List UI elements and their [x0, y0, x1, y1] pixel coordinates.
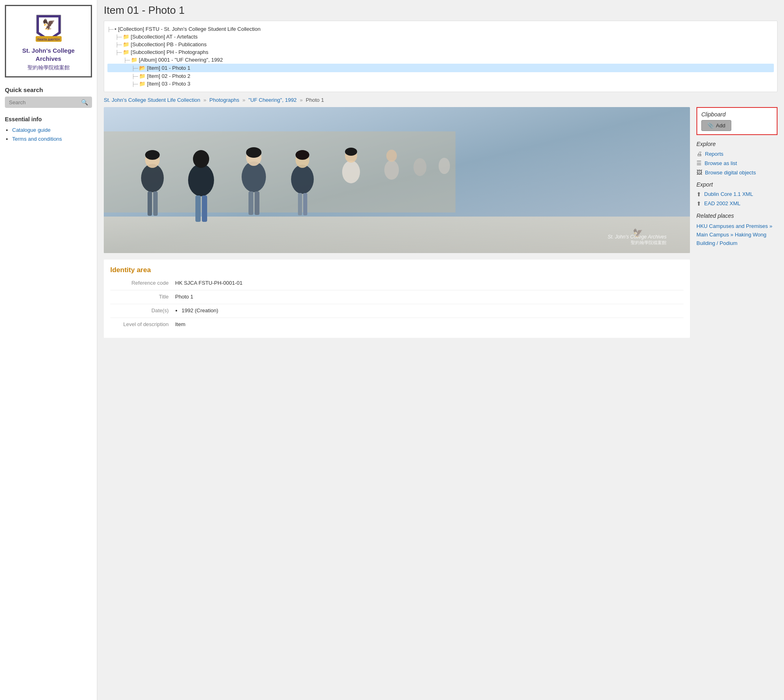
svg-point-11: [188, 164, 214, 196]
tree-navigation: ├─ ▪ [Collection] FSTU - St. John's Coll…: [104, 21, 778, 92]
identity-title: Identity area: [110, 266, 683, 274]
tree-item-label: [Subcollection] PH - Photographs: [131, 49, 209, 55]
list-icon: ☰: [696, 160, 702, 166]
dublin-core-link[interactable]: ⬆ Dublin Core 1.1 XML: [696, 191, 778, 198]
export-title: Export: [696, 181, 778, 188]
folder-icon: 📁: [139, 73, 146, 79]
related-places-link[interactable]: HKU Campuses and Premises » Main Campus …: [696, 223, 772, 246]
folder-icon: 📁: [123, 49, 129, 55]
terms-conditions-link[interactable]: Terms and conditions: [12, 136, 62, 142]
clipboard-add-button[interactable]: 📎 Add: [701, 120, 731, 131]
field-value-level: Item: [175, 321, 185, 327]
tree-connector-icon: ├─: [116, 50, 122, 55]
tree-connector-icon: ├─: [107, 27, 114, 32]
tree-row[interactable]: ├─ 📁 [Subcollection] PH - Photographs: [107, 48, 774, 56]
svg-rect-19: [255, 191, 259, 215]
paperclip-icon: 📎: [707, 122, 714, 129]
breadcrumb: St. John's College Student Life Collecti…: [104, 97, 778, 103]
svg-point-8: [145, 150, 160, 160]
dublin-core-label: Dublin Core 1.1 XML: [704, 191, 753, 197]
essential-info: Essential info Catalogue guide Terms and…: [0, 110, 97, 150]
tree-connector-icon: ├─: [132, 66, 138, 71]
image-icon: 🖼: [696, 169, 702, 176]
main-content: Item 01 - Photo 1 ├─ ▪ [Collection] FSTU…: [97, 0, 784, 700]
svg-point-20: [291, 165, 314, 194]
breadcrumb-link-photographs[interactable]: Photographs: [210, 97, 240, 103]
photo-container[interactable]: St. John's College Archives 聖約翰學院檔案館 🦅: [104, 107, 690, 253]
tree-item-label: [Item] 03 - Photo 3: [147, 81, 191, 87]
list-item: Terms and conditions: [12, 135, 92, 142]
field-row-reference: Reference code HK SJCA FSTU-PH-0001-01: [110, 280, 683, 286]
field-label: Date(s): [110, 307, 175, 313]
svg-rect-10: [153, 191, 158, 216]
explore-section: Explore 🖨 Reports ☰ Browse as list 🖼 Bro…: [696, 141, 778, 176]
browse-as-list-link[interactable]: ☰ Browse as list: [696, 160, 778, 166]
svg-point-25: [342, 161, 360, 183]
explore-title: Explore: [696, 141, 778, 147]
tree-row[interactable]: ├─ 📁 [Item] 03 - Photo 3: [107, 80, 774, 88]
page-title: Item 01 - Photo 1: [104, 4, 778, 17]
divider: [110, 304, 683, 304]
tree-connector-icon: ├─: [124, 58, 130, 62]
tree-row[interactable]: ├─ 📁 [Subcollection] PB - Publications: [107, 41, 774, 48]
ead-xml-link[interactable]: ⬆ EAD 2002 XML: [696, 200, 778, 207]
tree-row[interactable]: ├─ ▪ [Collection] FSTU - St. John's Coll…: [107, 25, 774, 33]
svg-text:聖約翰學院檔案館: 聖約翰學院檔案館: [631, 240, 666, 245]
breadcrumb-link-album[interactable]: "UF Cheering", 1992: [248, 97, 297, 103]
divider: [110, 318, 683, 318]
logo-area: 🦅 ΠANTA ΔIAYTOY St. John's College Archi…: [5, 5, 92, 77]
tree-connector-icon: ├─: [116, 42, 122, 47]
breadcrumb-separator: »: [242, 97, 245, 103]
field-row-level: Level of description Item: [110, 321, 683, 327]
folder-icon: 📁: [123, 34, 129, 40]
search-button[interactable]: 🔍: [81, 99, 88, 105]
browse-digital-label: Browse digital objects: [705, 170, 756, 176]
upload-icon: ⬆: [696, 191, 701, 198]
tree-row[interactable]: ├─ 📁 [Item] 02 - Photo 2: [107, 72, 774, 80]
upload-icon-2: ⬆: [696, 200, 701, 207]
print-icon: 🖨: [696, 150, 702, 157]
tree-item-label: [Subcollection] PB - Publications: [131, 41, 207, 47]
field-label: Reference code: [110, 280, 175, 286]
tree-item-label: [Item] 02 - Photo 2: [147, 73, 191, 79]
folder-open-icon: 📂: [139, 65, 146, 71]
folder-icon: 📁: [123, 41, 129, 47]
field-row-title: Title Photo 1: [110, 294, 683, 300]
catalogue-guide-link[interactable]: Catalogue guide: [12, 127, 51, 133]
tree-row-active[interactable]: ├─ 📂 [Item] 01 - Photo 1: [107, 64, 774, 72]
svg-point-29: [386, 150, 397, 162]
search-input[interactable]: [9, 99, 81, 105]
sidebar: 🦅 ΠANTA ΔIAYTOY St. John's College Archi…: [0, 0, 97, 700]
svg-point-17: [246, 147, 261, 158]
tree-row[interactable]: ├─ 📁 [Album] 0001 - "UF Cheering", 1992: [107, 56, 774, 64]
essential-info-list: Catalogue guide Terms and conditions: [5, 127, 92, 142]
tree-item-label: [Album] 0001 - "UF Cheering", 1992: [139, 57, 223, 63]
quick-search-section: Quick search 🔍: [0, 82, 97, 110]
field-label: Level of description: [110, 321, 175, 327]
reports-link[interactable]: 🖨 Reports: [696, 150, 778, 157]
quick-search-label: Quick search: [5, 86, 92, 93]
svg-point-22: [296, 150, 309, 160]
browse-digital-objects-link[interactable]: 🖼 Browse digital objects: [696, 169, 778, 176]
add-button-label: Add: [716, 122, 725, 129]
breadcrumb-separator: »: [203, 97, 206, 103]
content-area: St. John's College Archives 聖約翰學院檔案館 🦅 I…: [104, 107, 778, 338]
svg-point-6: [141, 164, 164, 192]
breadcrumb-link-collection[interactable]: St. John's College Student Life Collecti…: [104, 97, 200, 103]
svg-rect-23: [298, 193, 302, 215]
svg-point-12: [193, 150, 209, 168]
reports-label: Reports: [705, 151, 724, 157]
tree-item-label: [Collection] FSTU - St. John's College S…: [118, 26, 260, 32]
svg-rect-18: [248, 191, 253, 215]
svg-text:ΠANTA ΔIAYTOY: ΠANTA ΔIAYTOY: [37, 38, 60, 41]
related-places-section: Related places HKU Campuses and Premises…: [696, 213, 778, 247]
breadcrumb-current: Photo 1: [306, 97, 324, 103]
collection-icon: ▪: [115, 26, 117, 32]
photo-image: St. John's College Archives 聖約翰學院檔案館 🦅: [104, 107, 690, 253]
identity-area: Identity area Reference code HK SJCA FST…: [104, 260, 690, 338]
tree-connector-icon: ├─: [116, 34, 122, 39]
browse-list-label: Browse as list: [705, 160, 737, 166]
logo-chinese: 聖約翰學院檔案館: [11, 64, 86, 71]
tree-row[interactable]: ├─ 📁 [Subcollection] AT - Artefacts: [107, 33, 774, 41]
breadcrumb-separator: »: [300, 97, 302, 103]
